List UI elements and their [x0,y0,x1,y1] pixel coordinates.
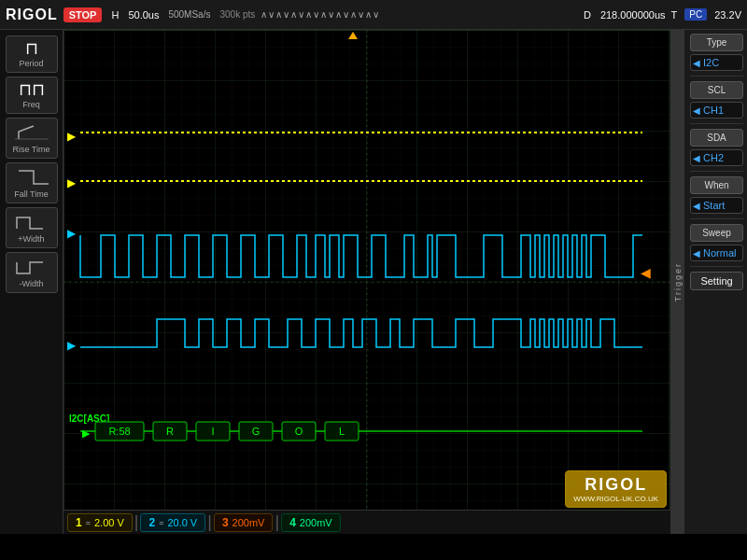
ch3-number: 3 [222,516,229,529]
width-pos-label: +Width [18,234,44,244]
h-label: H [111,9,119,21]
measure-rise-btn[interactable]: Rise Time [6,118,58,159]
pos-width-icon [15,212,49,232]
sch-marker: ▶ [67,227,77,240]
sweep-arrow-left: ◀ [693,248,700,259]
d-value: 218.000000us [600,9,666,21]
divider-1 [690,76,743,77]
width-neg-label: -Width [19,279,43,288]
i2c-data-g: G [252,426,261,437]
rise-label: Rise Time [12,145,49,154]
sda-header: SDA [690,129,743,147]
i2c-data-i: I [211,426,214,437]
pc-badge: PC [684,8,707,21]
type-header: Type [690,34,743,51]
ch4-info[interactable]: 4 200mV [281,513,341,532]
t-label: T [671,9,678,21]
divider-2 [690,123,743,124]
ch2-info[interactable]: 2 = 20.0 V [140,513,205,532]
h-value: 50.0us [128,9,159,21]
when-arrow-left: ◀ [693,201,700,211]
type-val-text: I2C [703,57,719,68]
measure-fall-btn[interactable]: Fall Time [6,162,58,203]
divider-3 [690,171,743,172]
neg-width-icon [15,257,49,277]
ch-separator-1: | [134,512,139,532]
watermark-brand: RIGOL [573,475,658,495]
type-value[interactable]: ◀ I2C [690,54,743,71]
divider-4 [690,218,743,219]
measure-freq-btn[interactable]: ⊓⊓ Freq [6,77,58,114]
d-label: D [584,9,591,21]
voltage-display: 23.2V [714,9,741,21]
main-area: ⊓ Period ⊓⊓ Freq Rise Time Fall Time +Wi… [0,30,747,534]
waveforms-svg: ▶ ▶ ▶ ▶ ◀ I2C[ASC] ▶ [63,30,670,534]
watermark-url: WWW.RIGOL-UK.CO.UK [573,495,658,503]
top-bar: RIGOL STOP H 50.0us 500MSa/s 300k pts ∧∨… [0,0,747,30]
scl-val-text: CH1 [703,105,724,116]
ch-separator-2: | [207,512,212,532]
fall-time-icon [15,167,49,188]
h-trigger-indicator [348,32,358,39]
trigger-settings: Type ◀ I2C SCL ◀ CH1 SDA ◀ CH2 When ◀ St… [690,34,743,290]
when-header: When [690,176,743,194]
trigger-indicator: ◀ [641,265,651,280]
sample-rate: 500MSa/s [168,9,210,20]
ch2-scale: 20.0 V [167,517,197,528]
setting-button[interactable]: Setting [690,272,743,290]
period-label: Period [19,59,43,68]
freq-icon: ⊓⊓ [19,81,45,98]
fall-label: Fall Time [14,189,49,199]
ch2-coupling: = [159,518,163,527]
measure-width-neg-btn[interactable]: -Width [6,252,58,293]
sda-val-text: CH2 [703,152,724,163]
scope-screen: ▶ ▶ ▶ ▶ ◀ I2C[ASC] ▶ [63,30,670,534]
measure-period-btn[interactable]: ⊓ Period [6,35,58,73]
scl-value[interactable]: ◀ CH1 [690,102,743,119]
i2c-start-marker: ▶ [82,427,91,439]
i2c-data-l: L [339,426,345,437]
i2c-addr-text: R:58 [108,426,130,437]
ch2-number: 2 [148,516,155,529]
divider-5 [690,266,743,267]
waveform-indicator: ∧∨∧∨∧∨∧∨∧∨∧∨∧∨∧∨ [261,9,574,20]
ch3-scale: 200mV [233,517,265,528]
sda-value[interactable]: ◀ CH2 [690,149,743,166]
period-icon: ⊓ [25,40,38,57]
i2c-data-r: R [166,426,174,437]
when-value[interactable]: ◀ Start [690,197,743,214]
sweep-val-text: Normal [703,247,736,259]
ch1-scale: 2.00 V [94,517,124,528]
ch1-marker: ▶ [67,130,77,143]
scl-arrow-left: ◀ [693,105,700,116]
type-arrow-left: ◀ [693,58,700,68]
ch2-marker: ▶ [67,176,77,189]
when-val-text: Start [703,200,725,211]
sample-pts: 300k pts [219,9,255,20]
ch-separator-3: | [275,512,279,532]
ch1-number: 1 [76,516,82,529]
rise-time-icon [15,122,49,143]
ch1-info[interactable]: 1 = 2.00 V [67,513,133,532]
sda-marker-left: ▶ [67,339,77,352]
measure-width-pos-btn[interactable]: +Width [6,207,58,248]
right-sidebar: Trigger Type ◀ I2C SCL ◀ CH1 SDA ◀ CH2 W… [670,30,747,534]
trigger-vertical-label: Trigger [673,262,683,301]
ch4-number: 4 [289,516,296,529]
rigol-watermark: RIGOL WWW.RIGOL-UK.CO.UK [565,470,667,508]
scl-waveform [80,235,642,277]
ch1-coupling: = [86,518,91,527]
top-right-info: T PC 23.2V [671,8,741,21]
sweep-value[interactable]: ◀ Normal [690,245,743,261]
sda-waveform [80,319,642,347]
sda-arrow-left: ◀ [693,153,700,163]
sweep-header: Sweep [690,224,743,242]
i2c-data-o: O [295,426,303,437]
rigol-logo: RIGOL [6,7,58,23]
left-sidebar: ⊓ Period ⊓⊓ Freq Rise Time Fall Time +Wi… [0,30,63,534]
scl-header: SCL [690,81,743,99]
stop-button[interactable]: STOP [63,7,103,22]
ch4-scale: 200mV [300,517,332,528]
ch3-info[interactable]: 3 200mV [214,513,274,532]
freq-label: Freq [22,100,40,109]
